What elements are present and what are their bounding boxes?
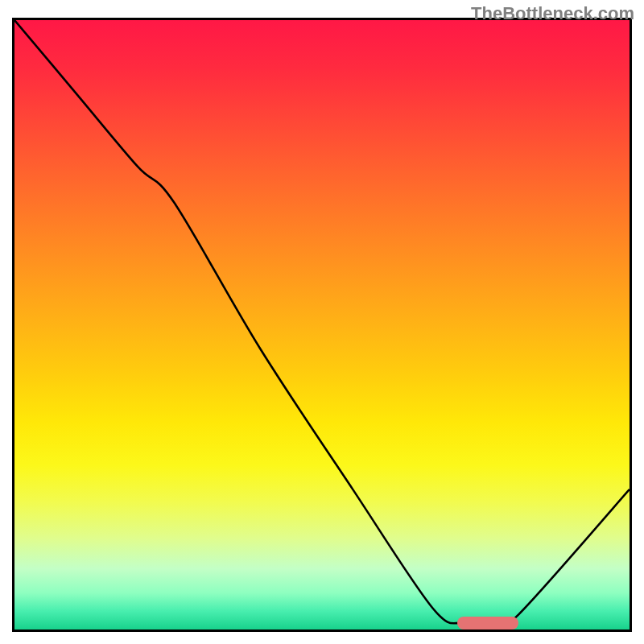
ideal-range-marker bbox=[457, 617, 518, 630]
watermark-text: TheBottleneck.com bbox=[471, 3, 634, 24]
plot-area bbox=[12, 18, 632, 632]
bottleneck-curve bbox=[14, 20, 630, 630]
